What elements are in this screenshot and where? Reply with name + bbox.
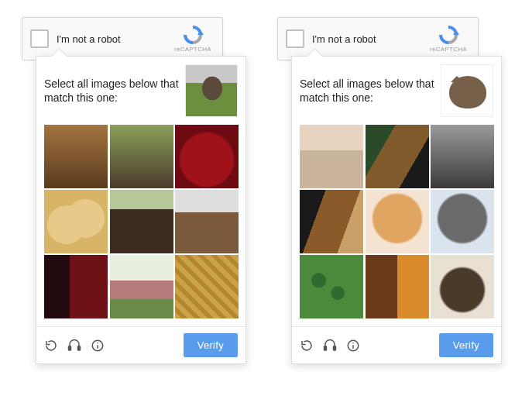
grid-tile[interactable] [44, 190, 108, 253]
tile-image [366, 125, 429, 188]
captcha-widget: I'm not a robot reCAPTCHA Select all ima… [277, 17, 502, 364]
tile-image [175, 190, 239, 253]
not-a-robot-label: I'm not a robot [57, 33, 171, 45]
tile-image [366, 255, 429, 318]
tile-image [300, 255, 363, 318]
grid-tile[interactable] [431, 255, 494, 318]
challenge-instruction: Select all images below that match this … [44, 77, 185, 105]
grid-tile[interactable] [110, 190, 173, 253]
tile-image [431, 190, 494, 253]
grid-tile[interactable] [366, 255, 429, 318]
not-a-robot-checkbox[interactable] [30, 29, 49, 48]
grid-tile[interactable] [175, 125, 239, 188]
tile-image [300, 190, 363, 253]
recaptcha-brand-text: reCAPTCHA [171, 46, 215, 53]
reference-image [185, 64, 238, 117]
grid-tile[interactable] [431, 190, 494, 253]
captcha-challenge: Select all images below that match this … [291, 56, 502, 364]
svg-rect-2 [78, 346, 81, 349]
grid-tile[interactable] [44, 125, 108, 188]
info-icon[interactable] [91, 339, 105, 353]
tile-image [175, 255, 239, 318]
tile-image [110, 255, 173, 318]
audio-icon[interactable] [323, 339, 337, 353]
tile-image [110, 125, 173, 188]
tile-image [431, 255, 494, 318]
grid-tile[interactable] [44, 255, 108, 318]
grid-tile[interactable] [366, 125, 429, 188]
challenge-instruction: Select all images below that match this … [300, 77, 441, 105]
reference-image-content [186, 65, 237, 116]
audio-icon[interactable] [67, 339, 81, 353]
captcha-widget: I'm not a robot reCAPTCHA Select all ima… [22, 17, 246, 364]
grid-tile[interactable] [300, 125, 363, 188]
svg-point-5 [97, 342, 98, 343]
tile-image [44, 125, 108, 188]
svg-rect-8 [334, 346, 336, 349]
reload-icon[interactable] [44, 339, 58, 353]
grid-tile[interactable] [431, 125, 494, 188]
image-grid [44, 125, 239, 318]
tile-image [175, 125, 239, 188]
not-a-robot-label: I'm not a robot [312, 33, 427, 45]
verify-button[interactable]: Verify [439, 333, 493, 357]
recaptcha-brand: reCAPTCHA [171, 26, 215, 53]
grid-tile[interactable] [110, 255, 173, 318]
tile-image [44, 255, 108, 318]
image-grid [300, 125, 495, 318]
svg-rect-1 [69, 346, 71, 349]
svg-rect-7 [324, 346, 327, 349]
grid-tile[interactable] [300, 255, 363, 318]
verify-button[interactable]: Verify [184, 333, 238, 357]
grid-tile[interactable] [300, 190, 363, 253]
captcha-challenge: Select all images below that match this … [36, 56, 246, 364]
grid-tile[interactable] [366, 190, 429, 253]
grid-tile[interactable] [175, 190, 239, 253]
recaptcha-brand-text: reCAPTCHA [427, 46, 470, 53]
tile-image [300, 125, 363, 188]
recaptcha-icon [427, 26, 470, 44]
recaptcha-brand: reCAPTCHA [427, 26, 470, 53]
challenge-footer: Verify [300, 327, 493, 357]
info-icon[interactable] [346, 339, 360, 353]
grid-tile[interactable] [110, 125, 173, 188]
not-a-robot-checkbox[interactable] [286, 29, 304, 48]
svg-point-11 [352, 342, 354, 343]
challenge-footer: Verify [44, 327, 238, 357]
reload-icon[interactable] [300, 339, 314, 353]
tile-image [44, 190, 108, 253]
reference-image-content [441, 65, 493, 116]
recaptcha-icon [171, 26, 215, 44]
tile-image [431, 125, 494, 188]
grid-tile[interactable] [175, 255, 239, 318]
tile-image [366, 190, 429, 253]
reference-image [441, 64, 493, 117]
tile-image [110, 190, 173, 253]
